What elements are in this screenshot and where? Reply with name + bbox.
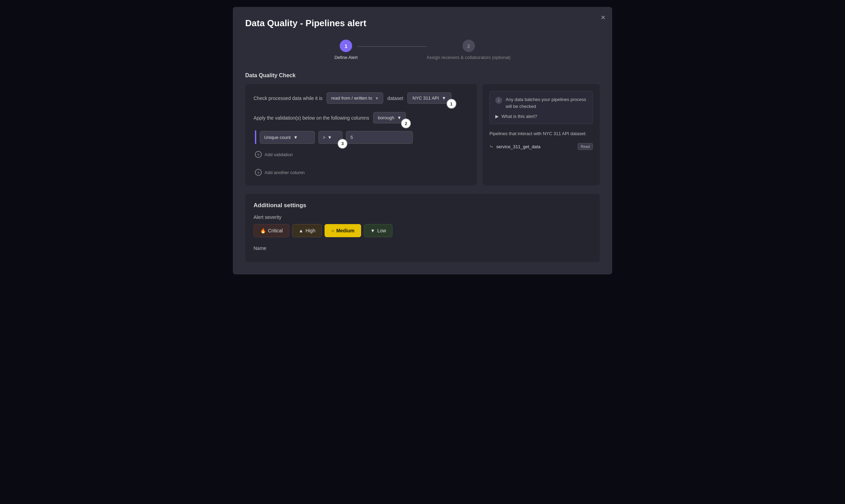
check-row: Check processed data while it is read fr… — [254, 92, 469, 104]
check-panel: Check processed data while it is read fr… — [245, 84, 477, 185]
chevron-right-icon: ▶ — [495, 114, 499, 119]
severity-medium-button[interactable]: ○Medium — [325, 224, 361, 237]
pipeline-icon: ⤷ — [489, 144, 494, 149]
chevron-down-icon-4: ▼ — [294, 135, 298, 140]
section-title: Data Quality Check — [245, 72, 600, 79]
add-column-button[interactable]: + Add another column — [254, 168, 306, 177]
operator-wrapper: > ▼ 3 — [318, 131, 342, 144]
severity-high-button[interactable]: ▲High — [292, 224, 322, 237]
dataset-dropdown[interactable]: NYC 311 API ▼ — [407, 92, 451, 104]
step-2-circle: 2 — [463, 40, 475, 52]
step-2-label: Assign receivers & collaborators (option… — [427, 55, 511, 60]
chevron-down-icon-2: ▼ — [442, 95, 446, 101]
critical-icon: 🔥 — [260, 228, 266, 233]
additional-settings: Additional settings Alert severity 🔥Crit… — [245, 194, 600, 262]
chevron-down-icon-5: ▼ — [328, 135, 332, 140]
badge-3: 3 — [338, 139, 347, 149]
severity-buttons: 🔥Critical▲High○Medium▼Low — [254, 224, 592, 237]
name-label: Name — [254, 245, 592, 251]
apply-text: Apply the validation(s) below on the fol… — [254, 115, 369, 121]
info-icon: i — [495, 97, 502, 104]
apply-row: Apply the validation(s) below on the fol… — [254, 112, 469, 123]
badge-2: 2 — [401, 119, 411, 128]
modal-overlay: × Data Quality - Pipelines alert 1 Defin… — [0, 0, 845, 504]
dataset-text: dataset — [387, 95, 403, 101]
dataset-name-wrapper: NYC 311 API ▼ 1 — [407, 92, 451, 104]
step-1: 1 Define Alert — [335, 40, 358, 60]
step-connector — [358, 46, 427, 47]
severity-label: Alert severity — [254, 214, 592, 220]
check-row-text: Check processed data while it is — [254, 95, 322, 101]
severity-critical-button[interactable]: 🔥Critical — [254, 224, 289, 237]
step-1-circle: 1 — [340, 40, 352, 52]
pipelines-label: Pipelines that interact with NYC 311 API… — [489, 131, 593, 136]
modal-dialog: × Data Quality - Pipelines alert 1 Defin… — [233, 7, 612, 274]
info-box-header: i Any data batches your pipelines proces… — [495, 96, 587, 110]
value-input[interactable] — [346, 131, 413, 144]
high-icon: ▲ — [299, 228, 304, 233]
chevron-down-icon: ▼ — [375, 96, 379, 100]
validation-indicator — [255, 130, 256, 144]
validation-row: Unique count ▼ > ▼ 3 — [254, 130, 469, 144]
pipeline-name: ⤷ service_311_get_data — [489, 144, 540, 149]
settings-title: Additional settings — [254, 202, 592, 209]
step-2: 2 Assign receivers & collaborators (opti… — [427, 40, 511, 60]
plus-icon-2: + — [255, 169, 262, 176]
chevron-down-icon-3: ▼ — [397, 115, 401, 120]
modal-title: Data Quality - Pipelines alert — [245, 18, 600, 29]
metric-dropdown[interactable]: Unique count ▼ — [260, 131, 315, 144]
step-1-label: Define Alert — [335, 55, 358, 60]
info-box: i Any data batches your pipelines proces… — [489, 91, 593, 124]
main-content: Check processed data while it is read fr… — [245, 84, 600, 185]
pipeline-item: ⤷ service_311_get_data Read — [489, 140, 593, 153]
medium-icon: ○ — [331, 228, 334, 233]
add-validation-button[interactable]: + Add validation — [254, 150, 294, 159]
severity-low-button[interactable]: ▼Low — [364, 224, 393, 237]
close-button[interactable]: × — [601, 14, 605, 21]
column-dropdown-wrapper: borough ▼ 2 — [373, 112, 406, 123]
info-text: Any data batches your pipelines process … — [506, 96, 587, 110]
stepper: 1 Define Alert 2 Assign receivers & coll… — [245, 40, 600, 60]
read-written-dropdown[interactable]: read from / written to ▼ — [327, 92, 383, 104]
info-panel: i Any data batches your pipelines proces… — [483, 84, 600, 185]
read-badge: Read — [578, 143, 593, 150]
what-is-alert-toggle[interactable]: ▶ What is this alert? — [495, 114, 587, 119]
low-icon: ▼ — [370, 228, 375, 233]
badge-1: 1 — [447, 99, 456, 109]
plus-icon: + — [255, 151, 262, 158]
